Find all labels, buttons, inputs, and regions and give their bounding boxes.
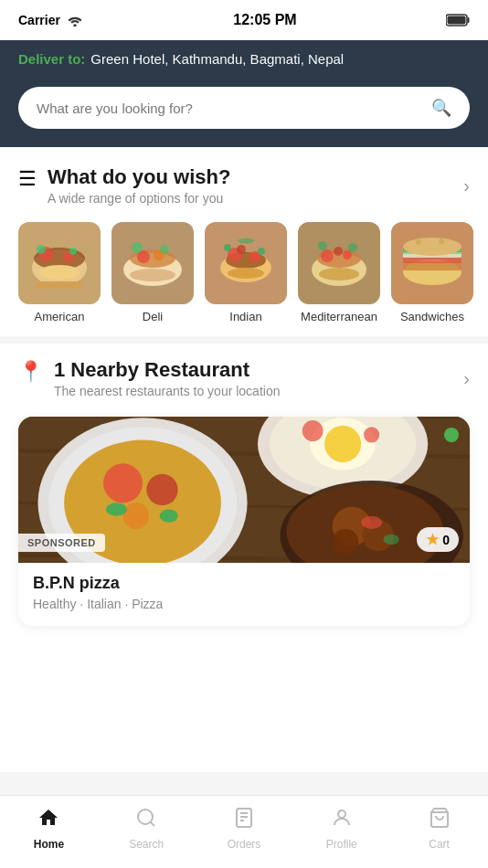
svg-point-33 [321, 249, 334, 262]
svg-point-27 [228, 268, 264, 279]
search-bar-wrapper[interactable]: 🔍 [18, 87, 470, 129]
nav-label-orders: Orders [228, 838, 261, 851]
nearby-chevron-icon[interactable]: › [463, 368, 470, 389]
category-image-american [18, 222, 101, 304]
rating-badge: ★ 0 [417, 527, 459, 552]
svg-rect-2 [467, 17, 469, 23]
svg-point-73 [383, 535, 398, 545]
main-scroll-area: ☰ What do you wish? A wide range of opti… [0, 147, 488, 772]
svg-point-74 [138, 810, 153, 824]
card-image: SPONSORED ★ 0 [18, 417, 470, 563]
svg-point-28 [224, 244, 231, 251]
svg-point-37 [318, 241, 327, 250]
deliver-to-label: Deliver to: [18, 51, 85, 67]
nearby-title-group: 📍 1 Nearby Restaurant The nearest restau… [18, 358, 280, 398]
nav-item-profile[interactable]: Profile [292, 807, 390, 851]
svg-point-45 [403, 238, 461, 256]
profile-icon [331, 807, 353, 834]
svg-point-36 [319, 268, 359, 281]
svg-point-71 [333, 529, 359, 556]
svg-point-57 [146, 474, 177, 505]
category-image-sandwiches [391, 222, 473, 304]
category-label-american: American [35, 310, 85, 323]
bottom-spacer [0, 640, 488, 659]
delivery-bar: Deliver to: Green Hotel, Kathmandu, Bagm… [0, 40, 488, 78]
svg-point-64 [324, 426, 361, 462]
svg-point-18 [130, 269, 175, 281]
status-bar: Carrier 12:05 PM [0, 0, 488, 40]
search-container: 🔍 [0, 78, 488, 147]
cart-icon [429, 807, 451, 834]
svg-point-47 [439, 238, 444, 244]
carrier-wifi: Carrier [18, 13, 84, 27]
svg-point-59 [106, 503, 127, 515]
bottom-nav: Home Search Orders Prof [0, 795, 488, 868]
category-item-deli[interactable]: Deli [111, 222, 194, 323]
wish-title: What do you wish? [48, 165, 230, 189]
svg-point-38 [348, 243, 357, 252]
restaurant-name: B.P.N pizza [33, 574, 455, 593]
wifi-icon [66, 14, 84, 26]
svg-point-79 [338, 810, 345, 818]
nav-item-cart[interactable]: Cart [390, 807, 488, 851]
status-time: 12:05 PM [233, 12, 296, 28]
categories-scroll: American Deli [0, 209, 488, 336]
online-indicator [444, 428, 459, 442]
nav-label-cart: Cart [429, 838, 450, 851]
category-item-american[interactable]: American [18, 222, 101, 323]
category-label-deli: Deli [143, 310, 163, 323]
svg-point-26 [237, 245, 246, 254]
svg-point-65 [302, 420, 324, 441]
svg-point-56 [103, 463, 143, 503]
wish-subtitle: A wide range of options for you [48, 191, 230, 206]
svg-point-20 [160, 245, 169, 254]
category-item-mediterranean[interactable]: Mediterranean [298, 222, 380, 323]
category-image-mediterranean [298, 222, 380, 304]
svg-point-34 [343, 250, 352, 259]
svg-point-9 [39, 265, 80, 280]
search-input[interactable] [37, 101, 422, 116]
card-info: B.P.N pizza Healthy · Italian · Pizza [18, 563, 470, 626]
nearby-header: 📍 1 Nearby Restaurant The nearest restau… [0, 344, 488, 402]
svg-rect-42 [403, 257, 461, 263]
carrier-text: Carrier [18, 13, 60, 27]
restaurant-card-bpn[interactable]: SPONSORED ★ 0 B.P.N pizza Healthy · Ital… [18, 417, 470, 626]
nav-item-orders[interactable]: Orders [196, 807, 293, 851]
restaurant-tags: Healthy · Italian · Pizza [33, 597, 455, 611]
svg-point-60 [160, 509, 178, 522]
svg-point-58 [123, 503, 150, 529]
home-icon [37, 807, 59, 834]
nav-item-home[interactable]: Home [0, 807, 98, 851]
svg-point-0 [73, 24, 76, 26]
svg-point-19 [132, 242, 143, 253]
wish-section-header: ☰ What do you wish? A wide range of opti… [0, 147, 488, 209]
category-item-sandwiches[interactable]: Sandwiches [391, 222, 473, 323]
svg-point-12 [69, 248, 77, 255]
nearby-text-group: 1 Nearby Restaurant The nearest restaura… [54, 358, 280, 398]
menu-lines-icon: ☰ [18, 167, 37, 191]
nav-label-search: Search [129, 838, 164, 851]
wish-title-group: ☰ What do you wish? A wide range of opti… [18, 165, 230, 206]
category-item-indian[interactable]: Indian [205, 222, 287, 323]
rating-value: 0 [442, 533, 450, 547]
nearby-title: 1 Nearby Restaurant [54, 358, 280, 382]
svg-point-72 [361, 516, 382, 529]
svg-point-35 [334, 247, 343, 256]
wish-chevron-icon[interactable]: › [463, 175, 470, 196]
delivery-address: Green Hotel, Kathmandu, Bagmati, Nepal [90, 51, 344, 67]
svg-rect-10 [37, 281, 82, 289]
svg-point-46 [416, 239, 421, 245]
wish-text-group: What do you wish? A wide range of option… [48, 165, 230, 206]
search-magnifier-icon: 🔍 [431, 98, 451, 118]
svg-point-29 [258, 248, 265, 255]
battery-icon [446, 14, 470, 26]
category-image-indian [205, 222, 287, 304]
battery-area [446, 14, 470, 26]
category-label-mediterranean: Mediterranean [301, 310, 377, 323]
svg-point-66 [364, 427, 379, 442]
nav-label-home: Home [34, 838, 64, 851]
svg-point-11 [37, 245, 46, 254]
nav-item-search[interactable]: Search [98, 807, 196, 851]
sponsored-badge: SPONSORED [18, 534, 105, 552]
section-divider [0, 336, 488, 344]
